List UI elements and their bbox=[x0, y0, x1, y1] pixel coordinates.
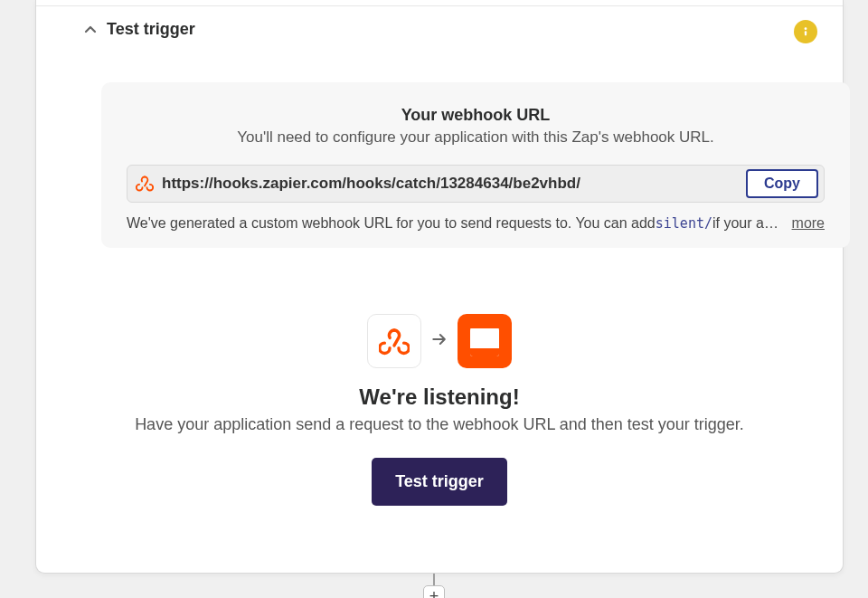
arrow-right-icon bbox=[430, 330, 448, 352]
flow-icons bbox=[367, 314, 512, 368]
webhook-title: Your webhook URL bbox=[127, 106, 825, 125]
status-warning-badge bbox=[794, 20, 817, 43]
trigger-test-panel: Test trigger Your webhook URL You'll nee… bbox=[35, 0, 844, 574]
webhook-desc-pre: We've generated a custom webhook URL for… bbox=[127, 215, 656, 232]
plus-icon: + bbox=[429, 588, 439, 598]
copy-button[interactable]: Copy bbox=[746, 169, 818, 198]
svg-rect-1 bbox=[805, 31, 807, 35]
listening-title: We're listening! bbox=[36, 384, 843, 410]
webhook-icon bbox=[127, 166, 162, 202]
test-trigger-button[interactable]: Test trigger bbox=[372, 458, 507, 506]
webhook-desc-post: if your application prefers no response … bbox=[712, 215, 783, 232]
listening-section: We're listening! Have your application s… bbox=[36, 314, 843, 506]
webhook-url-row: https://hooks.zapier.com/hooks/catch/132… bbox=[127, 165, 825, 203]
divider bbox=[36, 5, 843, 6]
svg-point-0 bbox=[805, 27, 807, 30]
webhook-url-card: Your webhook URL You'll need to configur… bbox=[101, 82, 850, 248]
listening-subtitle: Have your application send a request to … bbox=[36, 415, 843, 434]
more-link[interactable]: more bbox=[792, 215, 825, 232]
section-title: Test trigger bbox=[107, 20, 195, 39]
webhook-desc-code: silent/ bbox=[656, 215, 712, 232]
webhook-app-tile bbox=[367, 314, 421, 368]
destination-app-tile bbox=[458, 314, 512, 368]
chevron-up-icon bbox=[83, 23, 98, 37]
webhook-subtitle: You'll need to configure your applicatio… bbox=[127, 128, 825, 147]
add-step-button[interactable]: + bbox=[423, 585, 445, 598]
webhook-url-value[interactable]: https://hooks.zapier.com/hooks/catch/132… bbox=[162, 166, 746, 202]
destination-app-icon bbox=[470, 326, 499, 356]
section-header[interactable]: Test trigger bbox=[83, 20, 195, 39]
webhook-description: We've generated a custom webhook URL for… bbox=[127, 215, 825, 232]
